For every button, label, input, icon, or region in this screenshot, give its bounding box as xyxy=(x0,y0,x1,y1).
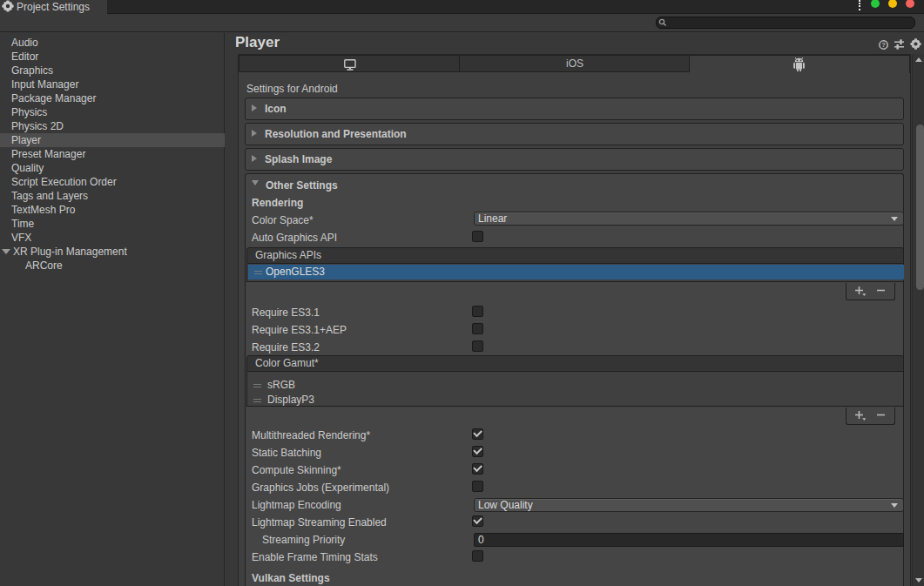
svg-text:?: ? xyxy=(881,41,886,49)
